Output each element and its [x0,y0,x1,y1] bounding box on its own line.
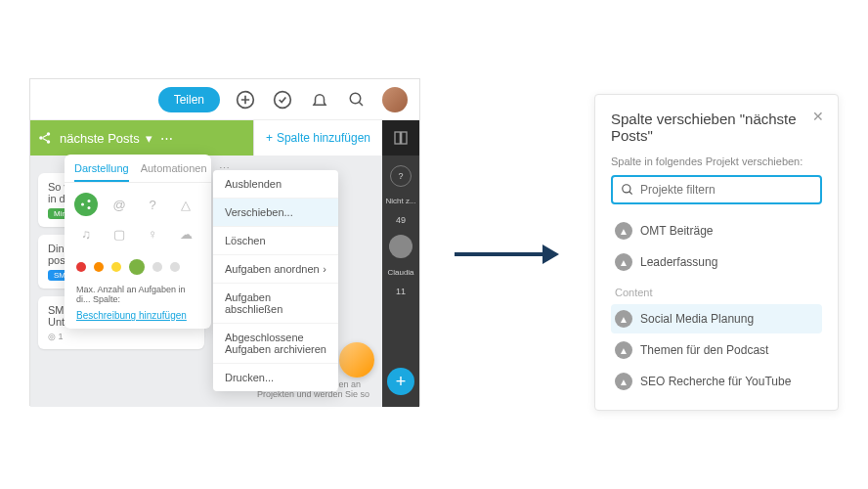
user1-label: Nicht z... [385,197,415,205]
project-list: ▲ OMT Beiträge ▲ Leaderfassung Content ▲… [611,216,822,396]
svg-point-2 [350,93,361,104]
max-tasks-label: Max. Anzahl an Aufgaben in di... Spalte: [65,285,211,310]
project-item[interactable]: ▲ SEO Recherche für YouTube [611,367,822,396]
help-icon[interactable]: ? [390,165,412,187]
share-icon[interactable] [74,193,98,216]
project-item[interactable]: ▲ Social Media Planung [611,304,822,333]
column-title: nächste Posts [60,131,140,146]
menu-move[interactable]: Verschieben... [213,199,338,227]
color-grey[interactable] [170,262,180,272]
project-item[interactable]: ▲ OMT Beiträge [611,216,822,245]
color-grey[interactable] [152,262,162,272]
menu-label: Abgeschlossene Aufgaben archivieren [225,332,326,355]
collaborator-avatar[interactable] [339,342,374,378]
add-icon[interactable] [234,88,257,111]
modal-title: Spalte verschieben "nächste Posts" [611,111,822,144]
menu-label: Drucken... [225,372,274,383]
svg-rect-7 [402,132,407,144]
plus-icon: + [266,131,273,145]
project-icon: ▲ [615,341,632,359]
project-name: Leaderfassung [640,255,717,269]
at-icon[interactable]: @ [108,193,131,216]
person-icon[interactable]: ♀ [141,222,164,245]
move-column-modal: ✕ Spalte verschieben "nächste Posts" Spa… [594,94,839,411]
menu-label: Ausblenden [225,178,282,190]
menu-hide[interactable]: Ausblenden [213,170,338,199]
project-name: SEO Recherche für YouTube [640,375,791,388]
add-description-link[interactable]: Beschreibung hinzufügen [65,310,211,321]
project-name: Themen für den Podcast [640,343,768,357]
add-column-button[interactable]: + Spalte hinzufügen [253,120,382,156]
menu-archive[interactable]: Abgeschlossene Aufgaben archivieren [213,324,338,364]
topbar: Teilen [30,79,419,120]
project-icon: ▲ [615,310,632,328]
arrow-icon [450,235,567,274]
share-button[interactable]: Teilen [158,87,220,112]
board-view-icon[interactable] [382,120,419,156]
context-menu: Ausblenden Verschieben... Löschen Aufgab… [213,170,338,391]
filter-input[interactable] [640,183,812,197]
close-icon[interactable]: ✕ [812,109,824,124]
menu-print[interactable]: Drucken... [213,364,338,391]
square-icon[interactable]: ▢ [108,222,131,245]
svg-point-9 [88,200,91,202]
color-green[interactable] [129,259,145,275]
user-avatar[interactable] [382,87,408,112]
menu-arrange[interactable]: Aufgaben anordnen› [213,255,338,284]
project-name: Social Media Planung [640,312,754,326]
color-yellow[interactable] [111,262,121,272]
svg-point-3 [39,136,43,140]
cloud-icon[interactable]: ☁ [174,222,197,245]
icon-picker: @ ? △ ♫ ▢ ♀ ☁ [65,183,211,255]
color-red[interactable] [76,262,86,272]
search-icon[interactable] [345,88,369,111]
menu-label: Aufgaben anordnen [225,263,320,275]
user2-label: Claudia [387,268,413,277]
chevron-down-icon[interactable]: ▾ [146,131,152,146]
popover-tabs: Darstellung Automationen ⋯ [65,155,211,183]
group-label: Content [611,279,822,302]
svg-point-11 [623,185,630,193]
svg-rect-6 [395,132,400,144]
warning-icon[interactable]: △ [174,193,197,216]
user-avatar-small[interactable] [389,235,412,258]
project-item[interactable]: ▲ Leaderfassung [611,247,822,277]
menu-label: Aufgaben abschließen [225,291,326,315]
column-header[interactable]: nächste Posts ▾ ⋯ [30,120,253,156]
project-icon: ▲ [615,373,632,390]
add-fab[interactable]: + [387,368,414,395]
svg-point-1 [275,91,291,108]
user2-count: 11 [396,287,406,296]
svg-point-8 [81,203,84,206]
add-column-label: Spalte hinzufügen [277,131,370,145]
svg-point-10 [88,206,91,209]
menu-complete[interactable]: Aufgaben abschließen [213,284,338,324]
bell-icon[interactable] [308,88,331,111]
music-icon[interactable]: ♫ [74,222,98,245]
chevron-right-icon: › [323,263,326,275]
menu-label: Verschieben... [225,206,293,218]
column-header-row: nächste Posts ▾ ⋯ + Spalte hinzufügen [30,120,419,156]
user1-count: 49 [396,215,406,225]
menu-delete[interactable]: Löschen [213,227,338,255]
tab-display[interactable]: Darstellung [74,162,129,182]
column-settings-popover: Darstellung Automationen ⋯ @ ? △ ♫ ▢ ♀ ☁… [65,155,211,329]
project-name: OMT Beiträge [640,224,713,238]
project-item[interactable]: ▲ Themen für den Podcast [611,335,822,365]
more-icon[interactable]: ⋯ [160,131,173,146]
share-icon [38,131,52,145]
color-orange[interactable] [94,262,104,272]
activity-sidebar: ? Nicht z... 49 Claudia 11 + [382,156,419,407]
color-picker [65,255,211,285]
filter-input-container [611,175,822,204]
search-icon [621,183,634,197]
menu-label: Löschen [225,235,266,246]
card-count: ◎ 1 [48,332,195,341]
check-icon[interactable] [271,88,294,111]
project-icon: ▲ [615,253,632,271]
modal-subtitle: Spalte in folgendes Projekt verschieben: [611,156,822,167]
project-icon: ▲ [615,222,632,240]
help-icon[interactable]: ? [141,193,164,216]
tab-automation[interactable]: Automationen [141,162,207,182]
